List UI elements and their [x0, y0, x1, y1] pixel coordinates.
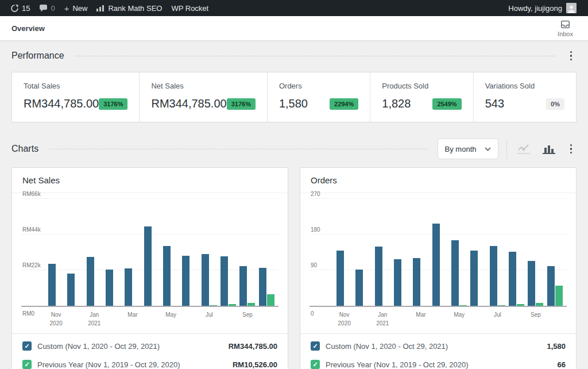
x-axis-baseline: [310, 306, 567, 307]
x-axis-tick-label: Nov 2020: [47, 310, 65, 328]
charts-controls: By month: [438, 139, 577, 159]
stat-delta-badge: 2294%: [330, 98, 358, 110]
interval-select[interactable]: By month: [438, 139, 498, 159]
bar-custom: [528, 261, 535, 306]
x-axis-tick-label: Jul: [488, 310, 507, 328]
stat-card-total-sales[interactable]: Total Sales RM344,785.00 3176%: [12, 72, 139, 122]
bar-group-feb-2021[interactable]: [392, 199, 411, 306]
stat-delta-badge: 2549%: [432, 98, 461, 110]
legend-checkbox[interactable]: ✓: [22, 360, 32, 369]
bar-custom: [490, 246, 497, 306]
stat-card-net-sales[interactable]: Net Sales RM344,785.00 3176%: [139, 72, 266, 122]
bar-chart-icon: [543, 143, 555, 155]
x-axis-tick-label: May: [450, 310, 469, 328]
bar-group-aug-2021[interactable]: [507, 199, 526, 306]
bar-custom: [413, 258, 420, 306]
y-axis-zero-label: 0: [311, 310, 314, 317]
bar-group-sep-2021[interactable]: [526, 199, 545, 306]
bar-previous-year: [459, 305, 467, 306]
charts-kebab-menu[interactable]: [566, 142, 577, 156]
legend-row-custom[interactable]: ✓ Custom (Nov 1, 2020 - Oct 29, 2021) RM…: [12, 337, 288, 355]
x-axis-tick-label: Mar: [411, 310, 430, 328]
bar-group-nov-2020[interactable]: [47, 199, 65, 306]
stat-card-orders[interactable]: Orders 1,580 2294%: [267, 72, 370, 122]
performance-kebab-menu[interactable]: [566, 49, 577, 63]
x-axis-baseline: [21, 306, 278, 307]
bar-custom: [48, 264, 56, 306]
stat-label: Orders: [279, 82, 358, 90]
bar-group-apr-2021[interactable]: [142, 199, 161, 306]
bar-group-jul-2021[interactable]: [200, 199, 219, 306]
chart-title: Net Sales: [12, 168, 288, 193]
bar-group-may-2021[interactable]: [450, 199, 469, 306]
new-content-menu[interactable]: + New: [60, 0, 92, 16]
legend-row-previous-year[interactable]: ✓ Previous Year (Nov 1, 2019 - Oct 29, 2…: [12, 355, 288, 369]
bar-group-jul-2021[interactable]: [488, 199, 507, 306]
bar-group-jun-2021[interactable]: [180, 199, 199, 306]
legend-total: 66: [558, 360, 566, 369]
bar-group-jun-2021[interactable]: [469, 199, 488, 306]
inbox-button[interactable]: Inbox: [550, 18, 581, 39]
x-axis-tick-label: Mar: [123, 310, 142, 328]
x-axis-tick-label: Sep: [238, 310, 257, 328]
bar-custom: [547, 266, 555, 306]
interval-select-value: By month: [445, 145, 477, 153]
bar-group-dec-2020[interactable]: [354, 199, 373, 306]
performance-stats-row: Total Sales RM344,785.00 3176% Net Sales…: [11, 72, 577, 122]
rank-math-menu[interactable]: Rank Math SEO: [92, 0, 167, 16]
stat-value: 543: [485, 97, 504, 110]
legend-row-custom[interactable]: ✓ Custom (Nov 1, 2020 - Oct 29, 2021) 1,…: [300, 337, 576, 355]
wp-admin-bar: 15 0 + New Rank Math SEO WP Rocket Howdy…: [0, 0, 588, 16]
bar-group-oct-2021[interactable]: [546, 199, 564, 306]
line-chart-icon: [517, 143, 530, 155]
comments-icon: [39, 5, 48, 12]
avatar: [566, 3, 577, 13]
x-axis-tick-label: [65, 310, 84, 328]
comments-menu[interactable]: 0: [34, 0, 59, 16]
bar-group-dec-2020[interactable]: [65, 199, 84, 306]
bar-group-oct-2021[interactable]: [257, 199, 276, 306]
bar-group-jan-2021[interactable]: [373, 199, 392, 306]
legend-label: Custom (Nov 1, 2020 - Oct 29, 2021): [326, 342, 448, 351]
bar-group-aug-2021[interactable]: [219, 199, 238, 306]
wp-rocket-label: WP Rocket: [171, 4, 208, 13]
x-axis-tick-label: May: [161, 310, 180, 328]
updates-menu[interactable]: 15: [6, 0, 34, 16]
bar-group-apr-2021[interactable]: [431, 199, 450, 306]
legend-checkbox[interactable]: ✓: [22, 341, 32, 351]
bar-group-mar-2021[interactable]: [123, 199, 142, 306]
bar-group-nov-2020[interactable]: [335, 199, 354, 306]
wp-rocket-menu[interactable]: WP Rocket: [167, 0, 213, 16]
bar-chart-toggle[interactable]: [540, 141, 558, 156]
bar-group-sep-2021[interactable]: [238, 199, 257, 306]
charts-title: Charts: [11, 144, 38, 154]
x-axis-tick-label: Sep: [526, 310, 545, 328]
x-axis-tick-label: Jul: [200, 310, 219, 328]
bar-custom: [470, 251, 478, 306]
bar-previous-year: [267, 294, 274, 306]
line-chart-toggle[interactable]: [515, 141, 532, 156]
stat-card-variations-sold[interactable]: Variations Sold 543 0%: [473, 72, 576, 122]
bar-group-mar-2021[interactable]: [411, 199, 430, 306]
legend-checkbox[interactable]: ✓: [311, 341, 320, 351]
x-axis-tick-label: [507, 310, 526, 328]
bar-custom: [451, 240, 459, 306]
chart-legend: ✓ Custom (Nov 1, 2020 - Oct 29, 2021) 1,…: [300, 333, 576, 369]
bar-group-jan-2021[interactable]: [85, 199, 104, 306]
chart-x-axis: 0Nov 2020Jan 2021MarMayJulSep: [335, 310, 564, 328]
bar-previous-year: [210, 305, 217, 306]
legend-checkbox[interactable]: ✓: [311, 360, 320, 369]
account-menu[interactable]: Howdy, jiujigong: [504, 0, 581, 16]
chart-title: Orders: [300, 168, 576, 193]
page-title: Overview: [11, 24, 45, 33]
stat-card-products-sold[interactable]: Products Sold 1,828 2549%: [370, 72, 473, 122]
legend-total: RM10,526.00: [233, 360, 277, 369]
stat-value: 1,828: [382, 97, 411, 110]
legend-row-previous-year[interactable]: ✓ Previous Year (Nov 1, 2019 - Oct 29, 2…: [300, 355, 576, 369]
bars-area: [335, 199, 564, 306]
inbox-icon: [560, 19, 571, 30]
y-axis-tick-label: 90: [311, 262, 317, 268]
bar-group-feb-2021[interactable]: [104, 199, 123, 306]
orders-chart-card: Orders 90180270 0Nov 2020Jan 2021MarMayJ…: [300, 167, 577, 369]
bar-group-may-2021[interactable]: [161, 199, 180, 306]
